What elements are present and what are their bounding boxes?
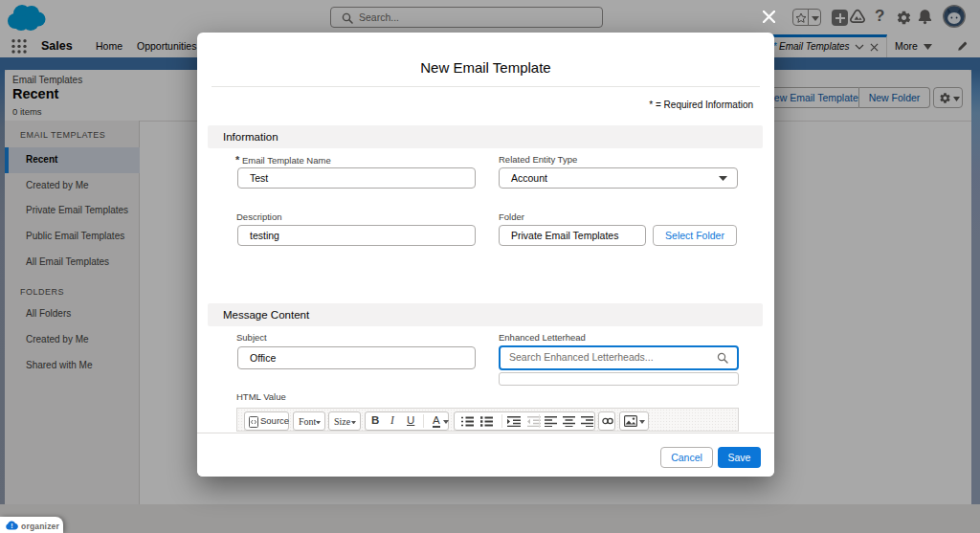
svg-text:!: ! [11, 522, 12, 529]
